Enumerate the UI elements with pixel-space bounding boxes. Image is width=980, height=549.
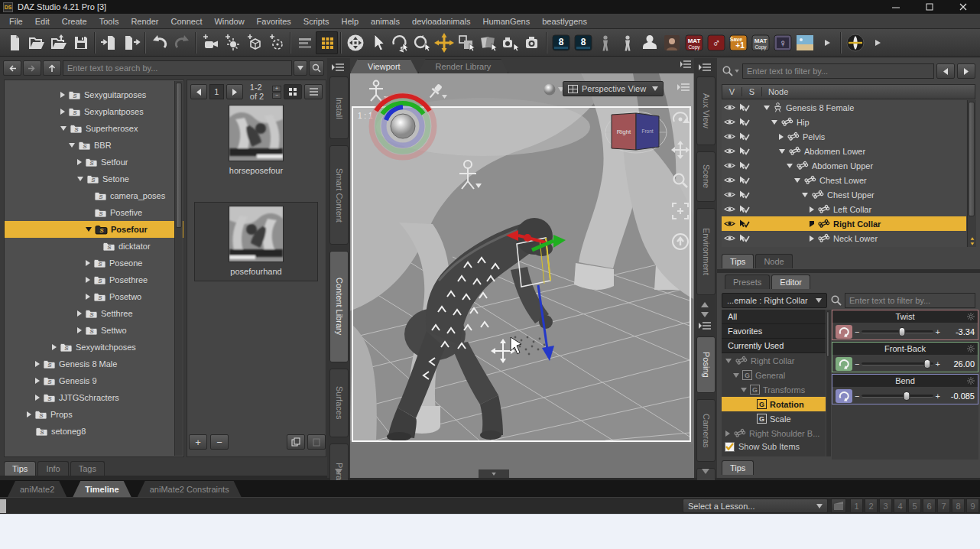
scene-thumb-icon[interactable] <box>793 31 816 54</box>
figure-a-icon[interactable] <box>594 31 616 54</box>
tab-render-library[interactable]: Render Library <box>418 59 509 73</box>
show-sub-items-row[interactable]: Show Sub Items <box>722 439 826 454</box>
tab-timeline[interactable]: Timeline <box>73 481 131 497</box>
save-plus-one-icon[interactable]: Save+1 <box>727 31 749 54</box>
right-dock-tab-cameras[interactable]: Cameras <box>696 399 716 462</box>
gear-icon[interactable] <box>967 313 975 322</box>
slate-icon-button[interactable] <box>831 499 846 513</box>
expand-arrow-icon[interactable] <box>77 177 83 181</box>
close-button[interactable] <box>946 0 980 14</box>
library-folder-setoneg8[interactable]: Ssetoneg8 <box>5 423 183 440</box>
library-folder-sexywitchposes[interactable]: SSexywitchposes <box>5 339 183 356</box>
expand-arrow-icon[interactable] <box>77 310 82 317</box>
menu-item-create[interactable]: Create <box>56 15 93 28</box>
visibility-eye-icon[interactable] <box>724 219 735 228</box>
library-folder-sexyguitarposes[interactable]: SSexyguitarposes <box>5 86 183 103</box>
node-selector-dropdown[interactable]: ...emale : Right Collar <box>722 293 827 308</box>
menu-item-tools[interactable]: Tools <box>93 15 125 28</box>
redo-icon[interactable] <box>170 31 193 54</box>
scene-node-pelvis[interactable]: Pelvis <box>722 129 966 144</box>
expand-arrow-icon[interactable] <box>725 359 732 363</box>
thumbnail-horseposefour[interactable]: horseposefour <box>195 105 317 175</box>
menu-item-humangens[interactable]: HumanGens <box>476 15 536 28</box>
expand-arrow-icon[interactable] <box>60 109 65 115</box>
expand-arrow-icon[interactable] <box>771 120 777 125</box>
expand-arrow-icon[interactable] <box>86 277 90 283</box>
genesis8-a-icon[interactable]: 8 <box>550 31 572 54</box>
search-icon[interactable] <box>309 60 324 76</box>
right-dock-scroll-down-arrow[interactable] <box>702 466 709 476</box>
render-camera-icon[interactable] <box>521 31 544 54</box>
left-dock-tab-smart-content[interactable]: Smart Content <box>329 145 349 245</box>
menu-item-scripts[interactable]: Scripts <box>297 15 336 28</box>
expand-arrow-icon[interactable] <box>69 143 75 148</box>
tab-tips[interactable]: Tips <box>722 460 754 475</box>
quick-filter-favorites[interactable]: Favorites <box>722 324 826 339</box>
list-view-icon[interactable] <box>294 31 316 54</box>
library-folder-poseone[interactable]: SPoseone <box>5 255 183 271</box>
library-folder-camera-poses[interactable]: Scamera_poses <box>5 187 183 204</box>
visibility-eye-icon[interactable] <box>724 161 735 170</box>
scene-node-abdomen-upper[interactable]: Abdomen Upper <box>722 158 966 173</box>
left-dock-tab-install[interactable]: Install <box>329 76 349 139</box>
expand-arrow-icon[interactable] <box>35 395 40 401</box>
mat-copy-gray-icon[interactable]: MATCopy <box>749 31 771 54</box>
lesson-page-9[interactable]: 9 <box>966 499 979 513</box>
tab-editor[interactable]: Editor <box>771 274 810 289</box>
grid-view-button[interactable] <box>284 84 302 99</box>
library-folder-posethree[interactable]: SPosethree <box>5 271 183 288</box>
library-folder-sexyplantposes[interactable]: SSexyplantposes <box>5 103 183 120</box>
visibility-eye-icon[interactable] <box>724 132 735 141</box>
paste-icon-disabled[interactable] <box>307 434 326 450</box>
scene-node-abdomen-lower[interactable]: Abdomen Lower <box>722 144 966 158</box>
library-folder-bbr[interactable]: SBBR <box>5 137 183 154</box>
right-dock-pane-menu-icon-2[interactable] <box>699 321 711 332</box>
merge-file-icon[interactable] <box>47 31 70 54</box>
expand-arrow-icon[interactable] <box>77 159 82 165</box>
right-dock-scroll-arrows[interactable] <box>700 301 709 320</box>
selectable-cursor-icon[interactable] <box>738 176 750 185</box>
minimize-button[interactable] <box>879 0 913 14</box>
scene-forward-button[interactable] <box>957 63 975 79</box>
pin-icon[interactable] <box>427 81 448 104</box>
export-file-icon[interactable] <box>120 31 142 54</box>
visibility-eye-icon[interactable] <box>724 103 735 112</box>
expand-arrow-icon[interactable] <box>787 164 793 168</box>
tab-tips[interactable]: Tips <box>4 461 36 476</box>
scene-node-chest-lower[interactable]: Chest Lower <box>722 173 966 187</box>
slider-value[interactable]: -3.34 <box>943 327 975 336</box>
save-file-icon[interactable] <box>70 31 92 54</box>
column-visible[interactable]: V <box>722 87 742 96</box>
lesson-page-5[interactable]: 5 <box>908 499 921 513</box>
param-group-general[interactable]: GGeneral <box>722 368 826 382</box>
lesson-page-4[interactable]: 4 <box>894 499 907 513</box>
library-folder-jjtgschracters[interactable]: SJJTGSchracters <box>5 389 183 406</box>
panel-splitter[interactable] <box>717 269 980 273</box>
gear-icon[interactable] <box>967 377 975 386</box>
expand-arrow-icon[interactable] <box>802 193 808 197</box>
create-light-icon[interactable] <box>221 31 243 54</box>
param-group-rotation[interactable]: GRotation <box>722 397 826 411</box>
library-folder-settwo[interactable]: SSettwo <box>5 322 183 339</box>
slider-thumb[interactable] <box>924 359 931 369</box>
size-stepper[interactable]: + − <box>272 86 281 99</box>
param-group-right-collar[interactable]: Right Collar <box>722 353 826 368</box>
maximize-button[interactable] <box>913 0 946 14</box>
undo-icon[interactable] <box>148 31 170 54</box>
female-preset-icon[interactable]: ♀ <box>771 31 793 54</box>
list-view-button[interactable] <box>304 84 323 99</box>
menu-item-file[interactable]: File <box>3 15 29 28</box>
lesson-page-1[interactable]: 1 <box>850 499 863 513</box>
library-tree-scrollbar[interactable] <box>174 81 183 456</box>
library-folder-genesis-9[interactable]: SGenesis 9 <box>5 372 183 389</box>
selectable-cursor-icon[interactable] <box>738 118 750 127</box>
lesson-page-8[interactable]: 8 <box>952 499 965 513</box>
slider-track[interactable] <box>862 362 933 365</box>
slider-thumb[interactable] <box>898 327 905 336</box>
grid-tool-icon[interactable] <box>316 31 338 54</box>
library-folder-posetwo[interactable]: SPosetwo <box>5 288 183 305</box>
mat-copy-red-icon[interactable]: MATCopy <box>683 31 705 54</box>
create-camera-icon[interactable] <box>199 31 221 54</box>
gear-icon[interactable] <box>967 345 975 354</box>
tab-animate2[interactable]: aniMate2 <box>8 481 67 497</box>
